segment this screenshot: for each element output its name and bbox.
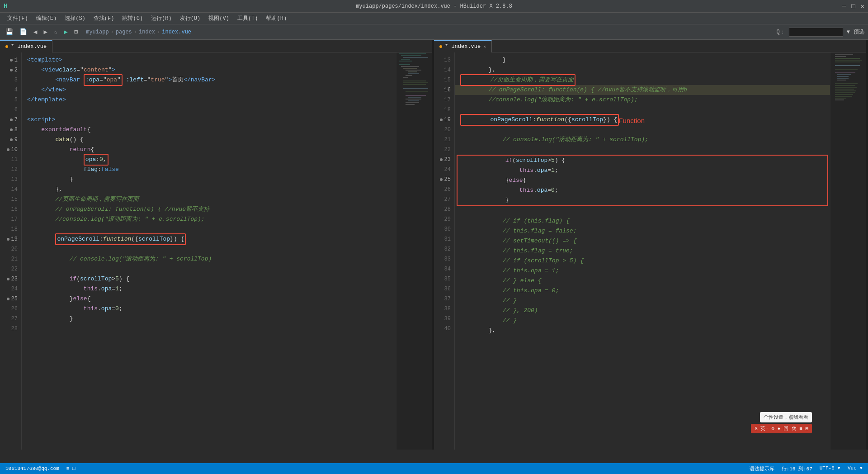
svg-rect-8	[406, 70, 421, 71]
status-line-col: 行:16 列:67	[782, 465, 812, 472]
svg-rect-21	[408, 100, 419, 101]
r-code-line-17: //console.log("滚动距离为: " + e.scrollTop);	[455, 95, 830, 105]
ln-39: 39	[439, 314, 451, 324]
r-code-line-16: // onPageScroll: function(e) { //nvue暂不支…	[455, 85, 830, 95]
ln-left-19: 19	[5, 234, 18, 244]
svg-rect-43	[835, 96, 852, 97]
breadcrumb-pages[interactable]: pages	[116, 29, 132, 35]
ln-left-7: 7	[5, 115, 18, 125]
right-code-content[interactable]: } }, //页面生命周期，需要写在页面 // onPageScroll: fu…	[455, 52, 830, 450]
r-code-line-36: // this.opa = 0;	[455, 286, 830, 296]
menu-view[interactable]: 视图(V)	[205, 14, 233, 23]
left-pane-tab-active[interactable]: * index.vue	[0, 40, 52, 52]
tooltip-icons-bar[interactable]: S 英· ⊙ ♦ 回 ⛦ ≡ ⊟	[751, 424, 812, 433]
r-code-line-21: // console.log("滚动距离为: " + scrollTop);	[455, 135, 830, 145]
svg-rect-17	[406, 91, 428, 92]
ln-30: 30	[439, 224, 451, 234]
menu-edit[interactable]: 编辑(E)	[33, 14, 61, 23]
split-button[interactable]: ⊞	[72, 27, 80, 37]
ln-26: 26	[439, 185, 451, 194]
menu-find[interactable]: 查找(F)	[90, 14, 118, 23]
svg-rect-11	[406, 75, 412, 76]
r-code-line-27: }	[458, 195, 827, 205]
ln-32: 32	[439, 244, 451, 254]
svg-rect-4	[399, 61, 412, 62]
r-code-line-28	[455, 206, 830, 216]
menu-file[interactable]: 文件(F)	[4, 14, 32, 23]
svg-rect-31	[835, 72, 855, 73]
breadcrumb-file[interactable]: index.vue	[162, 29, 191, 35]
ln-left-14: 14	[5, 185, 18, 194]
right-pane-tab-active[interactable]: * index.vue ✕	[434, 40, 492, 52]
editor-layout: * index.vue 1234567891011121314151617181…	[0, 40, 868, 450]
r-code-line-25: } else {	[458, 175, 827, 185]
right-line-numbers: 13 14 15 16 17 18 19 20 21 22 23 24 25 2…	[434, 52, 455, 450]
code-line-11: opa: 0,	[22, 155, 396, 165]
star-button[interactable]: ☆	[52, 27, 59, 37]
ln-left-28: 28	[5, 324, 18, 334]
svg-rect-22	[406, 102, 419, 103]
menu-help[interactable]: 帮助(H)	[262, 14, 290, 23]
svg-rect-26	[835, 58, 860, 59]
svg-rect-20	[406, 99, 421, 100]
back-button[interactable]: ◀	[32, 27, 39, 37]
svg-rect-38	[835, 87, 857, 88]
save-button[interactable]: 💾	[4, 27, 15, 37]
r-code-line-14: },	[455, 65, 830, 75]
close-button[interactable]: ✕	[861, 2, 864, 10]
toolbar-search: Q： ▼ 预选	[777, 28, 864, 37]
svg-rect-18	[406, 95, 426, 96]
ln-21: 21	[439, 135, 451, 145]
ln-left-25: 25	[5, 294, 18, 304]
ln-27: 27	[439, 194, 451, 204]
ln-left-26: 26	[5, 304, 18, 314]
svg-rect-24	[835, 54, 853, 55]
new-button[interactable]: 📄	[18, 27, 29, 37]
code-line-5: </template>	[22, 95, 396, 105]
code-line-28	[22, 324, 396, 334]
left-code-content[interactable]: <template> <view class="content"> <navBa…	[22, 52, 396, 450]
right-tab-dot	[439, 45, 442, 48]
search-input[interactable]	[789, 28, 843, 37]
left-tab-label: * index.vue	[11, 43, 47, 50]
menu-run[interactable]: 运行(R)	[147, 14, 175, 23]
code-line-21: // console.log("滚动距离为: " + scrollTop)	[22, 254, 396, 264]
code-line-19: onPageScroll: function({scrollTop}) {	[22, 234, 396, 244]
maximize-button[interactable]: □	[851, 3, 855, 10]
r-code-line-29: // if (this.flag) {	[455, 216, 830, 226]
menu-tools[interactable]: 工具(T)	[234, 14, 262, 23]
menu-select[interactable]: 选择(S)	[61, 14, 89, 23]
run-button[interactable]: ▶	[62, 27, 69, 37]
ln-24: 24	[439, 165, 451, 175]
ln-38: 38	[439, 304, 451, 314]
ln-14: 14	[439, 65, 451, 75]
left-minimap	[396, 52, 432, 450]
code-line-12: flag: false	[22, 165, 396, 175]
left-editor-pane: * index.vue 1234567891011121314151617181…	[0, 40, 434, 450]
r-code-line-18	[455, 105, 830, 115]
ln-31: 31	[439, 234, 451, 244]
code-line-27: }	[22, 314, 396, 324]
ln-left-10: 10	[5, 145, 18, 155]
right-tab-close[interactable]: ✕	[483, 44, 486, 49]
ln-left-22: 22	[5, 264, 18, 274]
status-encoding: UTF-8 ▼	[820, 465, 840, 472]
svg-rect-16	[403, 88, 428, 89]
svg-rect-44	[835, 98, 846, 99]
r-code-line-19: onPageScroll: function({scrollTop}) {	[455, 115, 830, 125]
filter-button[interactable]: ▼	[847, 29, 850, 35]
breadcrumb-index[interactable]: index	[139, 29, 155, 35]
menu-goto[interactable]: 跳转(G)	[118, 14, 146, 23]
forward-button[interactable]: ▶	[42, 27, 49, 37]
r-code-line-39: // }	[455, 316, 830, 326]
preview-button[interactable]: 预选	[854, 28, 864, 36]
minimize-button[interactable]: ─	[842, 3, 846, 10]
svg-rect-2	[403, 57, 428, 58]
ln-35: 35	[439, 274, 451, 284]
svg-rect-10	[408, 73, 419, 74]
menu-publish[interactable]: 发行(U)	[176, 14, 204, 23]
svg-rect-34	[837, 78, 849, 79]
breadcrumb-app[interactable]: myuiapp	[86, 29, 108, 35]
svg-rect-19	[408, 97, 421, 98]
toolbar: 💾 📄 ◀ ▶ ☆ ▶ ⊞ myuiapp › pages › index › …	[0, 24, 868, 40]
